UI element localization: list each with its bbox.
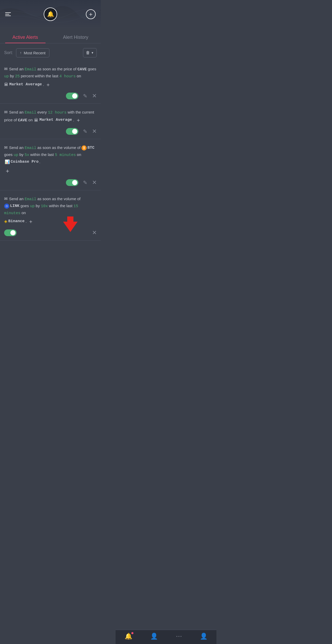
tab-bar: Active Alerts Alert History (0, 31, 101, 43)
toggle-2[interactable] (66, 128, 78, 135)
alert-text-2: ✉ Send an Email every 12 hours with the … (4, 109, 97, 125)
link-coin-icon: ⬡ (4, 204, 9, 209)
toggle-4[interactable] (4, 229, 17, 236)
alert-actions-3: ✎ ✕ (4, 179, 97, 186)
alert-card-1: ✉ Send an Email as soon as the price of … (0, 61, 101, 104)
sort-arrow-icon: ↑ (20, 51, 22, 55)
bell-logo-circle: 🔔 (44, 8, 57, 21)
envelope-icon-1: ✉ (4, 66, 7, 72)
alert-actions-4: ✕ (4, 229, 97, 236)
market-average-icon-2: 🏛 (34, 117, 38, 124)
edit-icon-1[interactable]: ✎ (83, 93, 87, 99)
app-logo: 🔔 (44, 8, 57, 21)
add-condition-button-3[interactable]: ＋ (5, 166, 10, 176)
tab-alert-history-label: Alert History (63, 35, 88, 40)
toggle-3[interactable] (66, 179, 78, 186)
btc-label: BTC (87, 145, 94, 151)
menu-button[interactable] (5, 12, 11, 16)
delete-button[interactable]: 🗑 ▼ (83, 48, 97, 57)
trash-icon: 🗑 (86, 50, 90, 55)
sort-value-label: Most Recent (24, 51, 46, 55)
delete-icon-2[interactable]: ✕ (92, 128, 97, 135)
hamburger-icon (5, 12, 11, 16)
alert-card-4: ✉ Send an Email as soon as the volume of… (0, 190, 101, 240)
exchange-label-2: Market Average (39, 117, 72, 123)
alert-card-2: ✉ Send an Email every 12 hours with the … (0, 104, 101, 139)
edit-icon-2[interactable]: ✎ (83, 128, 87, 134)
tab-active-alerts-label: Active Alerts (12, 35, 38, 40)
delete-icon-4[interactable]: ✕ (92, 229, 97, 236)
tab-alert-history[interactable]: Alert History (50, 31, 101, 43)
envelope-icon-3: ✉ (4, 144, 7, 151)
btc-coin-icon: ₿ (81, 145, 87, 151)
main-content: Sort: ↑ Most Recent 🗑 ▼ ✉ Send an Email … (0, 43, 101, 261)
link-label: LINK (10, 203, 19, 209)
alert-text-1: ✉ Send an Email as soon as the price of … (4, 66, 97, 89)
header: 🔔 ＋ (0, 0, 101, 28)
alert-card-3: ✉ Send an Email as soon as the volume of… (0, 139, 101, 190)
svg-marker-0 (63, 216, 78, 232)
alert-text-3: ✉ Send an Email as soon as the volume of… (4, 144, 97, 176)
exchange-label-1: Market Average (9, 81, 42, 88)
delete-dropdown-icon: ▼ (91, 51, 94, 54)
alert-text-4: ✉ Send an Email as soon as the volume of… (4, 196, 97, 226)
alert-actions-2: ✎ ✕ (4, 128, 97, 135)
alert-actions-1: ✎ ✕ (4, 93, 97, 99)
tab-active-alerts[interactable]: Active Alerts (0, 31, 50, 43)
envelope-icon-2: ✉ (4, 109, 7, 116)
market-average-icon-1: 🏛 (4, 81, 8, 88)
exchange-label-3: Coinbase Pro (11, 159, 39, 165)
binance-icon: ◈ (4, 218, 7, 225)
delete-icon-3[interactable]: ✕ (92, 179, 97, 186)
toggle-1[interactable] (66, 93, 78, 99)
edit-icon-3[interactable]: ✎ (83, 179, 87, 186)
coinbase-icon: 📊 (5, 159, 10, 165)
sort-bar: Sort: ↑ Most Recent 🗑 ▼ (0, 43, 101, 61)
delete-icon-1[interactable]: ✕ (92, 93, 97, 99)
envelope-icon-4: ✉ (4, 196, 7, 202)
add-icon: ＋ (86, 9, 96, 19)
red-arrow-indicator (63, 216, 78, 233)
add-condition-button-4[interactable]: ＋ (28, 217, 33, 226)
add-alert-button[interactable]: ＋ (86, 9, 96, 19)
add-condition-button-1[interactable]: ＋ (46, 80, 51, 89)
add-condition-button-2[interactable]: ＋ (76, 116, 81, 124)
exchange-label-4: Binance (8, 218, 25, 225)
sort-label: Sort: (4, 50, 13, 55)
sort-button[interactable]: ↑ Most Recent (16, 48, 49, 57)
